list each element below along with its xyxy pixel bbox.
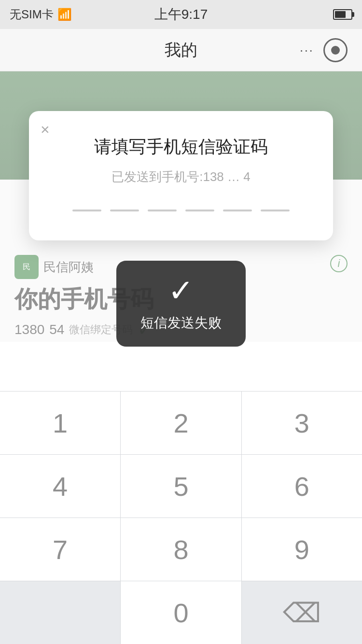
code-input-2[interactable] bbox=[110, 210, 139, 211]
status-left: 无SIM卡 📶 bbox=[10, 7, 72, 22]
record-icon bbox=[331, 46, 340, 55]
status-time: 上午9:17 bbox=[154, 5, 208, 24]
nav-bar: 我的 ··· bbox=[0, 29, 362, 71]
nav-title: 我的 bbox=[165, 39, 197, 61]
dialog-close-button[interactable]: × bbox=[41, 121, 50, 139]
code-input-6[interactable] bbox=[261, 210, 290, 211]
code-input-3[interactable] bbox=[148, 210, 177, 211]
code-input-1[interactable] bbox=[72, 210, 101, 211]
toast-message: ✓ 短信发送失败 bbox=[116, 261, 246, 347]
status-bar: 无SIM卡 📶 上午9:17 bbox=[0, 0, 362, 29]
subtitle-suffix: … bbox=[227, 169, 240, 184]
dialog-subtitle: 已发送到手机号:138 … 4 bbox=[48, 168, 314, 185]
toast-check-icon: ✓ bbox=[168, 275, 194, 306]
battery-icon bbox=[333, 9, 352, 20]
subtitle-text: 已发送到手机号:138 bbox=[111, 169, 224, 184]
more-options-button[interactable]: ··· bbox=[300, 42, 314, 58]
carrier-label: 无SIM卡 bbox=[10, 7, 54, 22]
status-right bbox=[333, 9, 352, 20]
record-button[interactable] bbox=[323, 38, 348, 62]
verification-dialog: × 请填写手机短信验证码 已发送到手机号:138 … 4 bbox=[29, 111, 333, 240]
wifi-icon: 📶 bbox=[57, 8, 72, 21]
subtitle-end: 4 bbox=[243, 169, 250, 184]
toast-text: 短信发送失败 bbox=[140, 314, 222, 332]
code-input-4[interactable] bbox=[185, 210, 214, 211]
code-input-5[interactable] bbox=[223, 210, 252, 211]
code-input-area bbox=[48, 205, 314, 211]
dialog-title: 请填写手机短信验证码 bbox=[48, 135, 314, 159]
nav-actions: ··· bbox=[300, 38, 348, 62]
